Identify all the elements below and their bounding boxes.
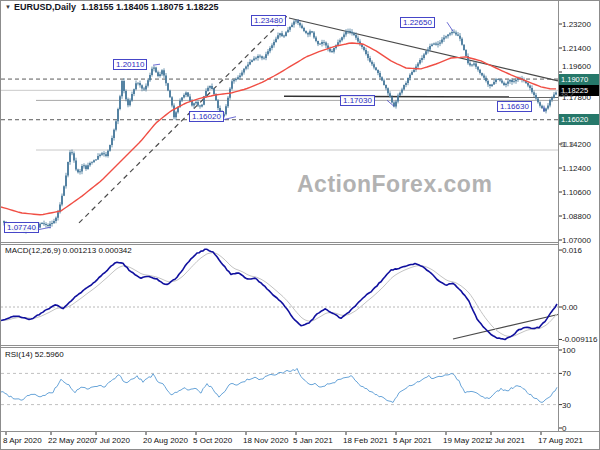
candle-wicks	[4, 19, 556, 233]
macd-axis-label: 0.00	[562, 303, 578, 312]
macd-indicator-label: MACD(12,26,9) 0.001213 0.000342	[5, 246, 132, 255]
price-annotation-box: 1.23480	[251, 15, 286, 26]
panel-separator-rsi[interactable]	[1, 345, 558, 348]
date-label: 19 May 2021	[443, 436, 489, 445]
time-axis-border	[1, 431, 600, 432]
price-annotation-box: 1.16020	[189, 111, 224, 122]
date-label: 17 Aug 2021	[538, 436, 583, 445]
rsi-indicator-label: RSI(14) 52.5960	[5, 350, 64, 359]
fib-level-label: 61.8	[560, 141, 574, 148]
date-label: 18 Nov 2020	[243, 436, 288, 445]
price-axis-label: 1.21400	[562, 44, 591, 53]
macd-line	[1, 249, 557, 339]
macd-signal-line	[1, 253, 557, 337]
price-axis-label: 1.23200	[562, 20, 591, 29]
price-annotation-box: 1.17030	[340, 95, 375, 106]
rsi-axis-label: 100	[562, 346, 575, 355]
annotation-connector	[153, 64, 160, 65]
date-label: 22 May 2020	[48, 436, 94, 445]
date-label: 8 Apr 2020	[3, 436, 42, 445]
date-label: 5 Jan 2021	[293, 436, 333, 445]
candle-bodies	[4, 21, 556, 232]
annotation-connector	[447, 22, 453, 31]
rsi-axis-label: 70	[562, 369, 571, 378]
price-annotation-box: 1.07740	[4, 222, 39, 233]
price-annotation-box: 1.22650	[400, 17, 435, 28]
macd-axis-label: -0.009116	[562, 335, 597, 344]
price-axis-label: 1.12400	[562, 164, 591, 173]
fib-level-label: 38.2	[560, 91, 574, 98]
chart-window: ActionForex.com ▼EURUSD,Daily1.18155 1.1…	[0, 0, 600, 450]
panel-separator-macd[interactable]	[1, 242, 558, 245]
date-label: 5 Apr 2021	[393, 436, 432, 445]
price-axis-label: 1.19600	[562, 62, 591, 71]
symbol-title: EURUSD,Daily	[14, 2, 76, 12]
chart-canvas[interactable]	[1, 1, 600, 450]
ohlc-values: 1.18155 1.18405 1.18075 1.18225	[81, 2, 219, 12]
price-axis-label: 1.07000	[562, 236, 591, 245]
price-tag: 1.19070	[559, 74, 600, 85]
chart-header: ▼EURUSD,Daily1.18155 1.18405 1.18075 1.1…	[5, 2, 219, 12]
date-label: 7 Jul 2020	[93, 436, 130, 445]
date-label: 2 Jul 2021	[488, 436, 525, 445]
rsi-axis-label: 30	[562, 401, 571, 410]
price-annotation-box: 1.20110	[113, 59, 147, 70]
date-label: 5 Oct 2020	[193, 436, 232, 445]
trendline	[284, 96, 558, 97]
price-annotation-box: 1.16630	[497, 101, 532, 112]
price-axis-label: 1.08800	[562, 212, 591, 221]
symbol-dropdown-icon[interactable]: ▼	[5, 4, 11, 10]
annotation-connector	[387, 100, 394, 106]
price-axis-border	[558, 1, 559, 431]
date-label: 20 Aug 2020	[143, 436, 188, 445]
macd-axis-label: 0.016	[562, 246, 582, 255]
trendline	[79, 14, 289, 223]
date-label: 18 Feb 2021	[343, 436, 388, 445]
price-axis-label: 1.10600	[562, 188, 591, 197]
moving-average-line	[1, 43, 556, 215]
price-tag: 1.16020	[559, 114, 600, 125]
rsi-axis-label: 0	[562, 424, 566, 433]
